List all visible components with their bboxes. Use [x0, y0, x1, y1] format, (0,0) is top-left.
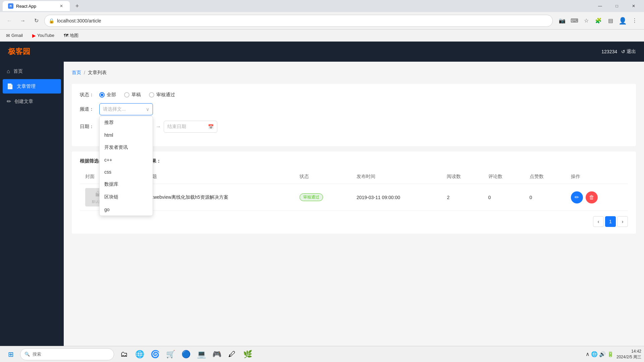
channel-select[interactable]: 请选择文... ∨ [99, 103, 153, 115]
logout-button[interactable]: ↺ 退出 [621, 49, 636, 55]
youtube-icon: ▶ [32, 33, 36, 38]
forward-button[interactable]: → [17, 15, 28, 26]
app-header: 极客园 123234 ↺ 退出 [0, 42, 644, 62]
taskbar-app-explorer[interactable]: 🗂 [117, 347, 131, 362]
pagination-page-1[interactable]: 1 [605, 216, 616, 227]
tab-favicon: R [8, 3, 13, 9]
breadcrumb-separator: / [84, 70, 85, 75]
taskbar-app-vscode[interactable]: 💻 [194, 347, 209, 362]
pagination-prev[interactable]: ‹ [593, 216, 604, 227]
extension-icon[interactable]: 🧩 [593, 15, 604, 26]
channel-label: 频道： [80, 106, 94, 112]
date-end-input[interactable]: 结束日期 📅 [164, 121, 217, 133]
bookmark-maps[interactable]: 🗺 地图 [62, 31, 80, 40]
channel-filter-row: 频道： 请选择文... ∨ 推荐 html 开发者资讯 c++ [80, 103, 628, 115]
tab-close-button[interactable]: ✕ [58, 3, 64, 9]
app-logo: 极客园 [8, 47, 30, 57]
app-content: 极客园 123234 ↺ 退出 ⌂ 首页 📄 文章管理 [0, 42, 644, 346]
sidebar: ⌂ 首页 📄 文章管理 ✏ 创建文章 [0, 62, 64, 346]
window-controls: — □ ✕ [592, 1, 641, 11]
dropdown-item-shujuku[interactable]: 数据库 [100, 178, 153, 191]
maximize-button[interactable]: □ [609, 1, 625, 11]
taskbar-app-store[interactable]: 🛒 [163, 347, 178, 362]
sidebar-item-article-manage[interactable]: 📄 文章管理 [3, 79, 61, 94]
start-button[interactable]: ⊞ [3, 348, 19, 361]
close-button[interactable]: ✕ [626, 1, 641, 11]
status-label: 状态： [80, 92, 94, 98]
maps-icon: 🗺 [64, 33, 68, 38]
taskbar-app-paint[interactable]: 🖊 [225, 347, 239, 362]
article-manage-icon: 📄 [7, 83, 13, 89]
toolbar-icons: 📷 ⌨ ☆ 🧩 ▤ 👤 ⋮ [557, 15, 640, 26]
dropdown-item-cpp[interactable]: c++ [100, 154, 153, 166]
clock[interactable]: 14:42 2024/2/5 周三 [616, 349, 641, 360]
sidebar-item-home[interactable]: ⌂ 首页 [0, 64, 64, 78]
dropdown-item-css[interactable]: css [100, 166, 153, 178]
col-publish-time: 发布时间 [351, 170, 441, 184]
taskbar-app-browser[interactable]: 🌐 [132, 347, 147, 362]
radio-all-circle [99, 92, 105, 98]
sidebar-toggle-icon[interactable]: ▤ [605, 15, 616, 26]
clock-date: 2024/2/5 周三 [616, 354, 641, 360]
screenshot-icon[interactable]: 📷 [557, 15, 568, 26]
tray-battery-icon[interactable]: 🔋 [607, 351, 614, 357]
channel-dropdown: 推荐 html 开发者资讯 c++ css 数据库 区块链 go [99, 116, 153, 216]
minimize-button[interactable]: — [592, 1, 608, 11]
sidebar-item-create-article[interactable]: ✏ 创建文章 [0, 94, 64, 109]
pagination-next[interactable]: › [617, 216, 628, 227]
article-likes-cell: 0 [524, 184, 566, 211]
sidebar-article-manage-label: 文章管理 [17, 83, 36, 89]
username: 123234 [601, 49, 617, 54]
profile-icon[interactable]: 👤 [617, 15, 628, 26]
chevron-down-icon: ∨ [146, 107, 149, 112]
menu-icon[interactable]: ⋮ [629, 15, 640, 26]
new-tab-button[interactable]: + [72, 1, 82, 11]
col-status: 状态 [294, 170, 351, 184]
table-body: 🏔 默认图片 wkwebview离线化加载h5资源解决方案 审核通过 2019-… [80, 184, 628, 211]
translate-icon[interactable]: ⌨ [569, 15, 580, 26]
article-comments-cell: 0 [483, 184, 524, 211]
dropdown-item-go[interactable]: go [100, 203, 153, 216]
clock-time: 14:42 [616, 349, 641, 354]
dropdown-item-tuijian[interactable]: 推荐 [100, 116, 153, 129]
tray-arrow-icon[interactable]: ∧ [586, 351, 590, 357]
bookmark-icon[interactable]: ☆ [581, 15, 592, 26]
taskbar-app-game[interactable]: 🎮 [209, 347, 224, 362]
taskbar-app-chrome[interactable]: 🔵 [178, 347, 193, 362]
dropdown-item-html[interactable]: html [100, 129, 153, 141]
browser-tab[interactable]: R React App ✕ [3, 1, 70, 11]
back-button[interactable]: ← [4, 15, 15, 26]
radio-draft[interactable]: 草稿 [124, 92, 141, 98]
channel-placeholder: 请选择文... [103, 106, 126, 112]
pagination: ‹ 1 › [80, 211, 628, 227]
dropdown-item-blockchain[interactable]: 区块链 [100, 191, 153, 203]
radio-all[interactable]: 全部 [99, 92, 116, 98]
reload-button[interactable]: ↻ [31, 15, 42, 26]
tab-title: React App [16, 4, 36, 9]
radio-approved-label: 审核通过 [156, 92, 175, 98]
gmail-icon: ✉ [6, 33, 10, 38]
sidebar-create-article-label: 创建文章 [14, 99, 33, 105]
col-title: 标题 [142, 170, 294, 184]
edit-button[interactable]: ✏ [571, 191, 583, 203]
tray-network-icon[interactable]: 🌐 [591, 351, 598, 357]
breadcrumb-home[interactable]: 首页 [72, 70, 81, 76]
taskbar-search[interactable]: 🔍 搜索 [20, 348, 114, 360]
radio-approved[interactable]: 审核通过 [149, 92, 175, 98]
tray-volume-icon[interactable]: 🔊 [599, 351, 606, 357]
col-reads: 阅读数 [441, 170, 483, 184]
action-buttons: ✏ 🗑 [571, 191, 623, 203]
delete-button[interactable]: 🗑 [586, 191, 598, 203]
dropdown-item-kaifazhe[interactable]: 开发者资讯 [100, 141, 153, 154]
date-end-placeholder: 结束日期 [167, 124, 186, 130]
bookmark-maps-label: 地图 [70, 33, 78, 39]
address-bar[interactable]: 🔒 localhost:3000/article [44, 15, 553, 27]
article-publish-time-cell: 2019-03-11 09:00:00 [351, 184, 441, 211]
results-header: 根据筛选条件共查询到 count 条结果： [80, 158, 628, 164]
logout-label: 退出 [627, 49, 636, 55]
taskbar-app-green[interactable]: 🌿 [240, 347, 255, 362]
taskbar-app-edge[interactable]: 🌀 [148, 347, 162, 362]
bookmark-youtube[interactable]: ▶ YouTube [30, 32, 56, 40]
bookmark-gmail[interactable]: ✉ Gmail [4, 32, 25, 40]
search-icon: 🔍 [24, 352, 30, 357]
